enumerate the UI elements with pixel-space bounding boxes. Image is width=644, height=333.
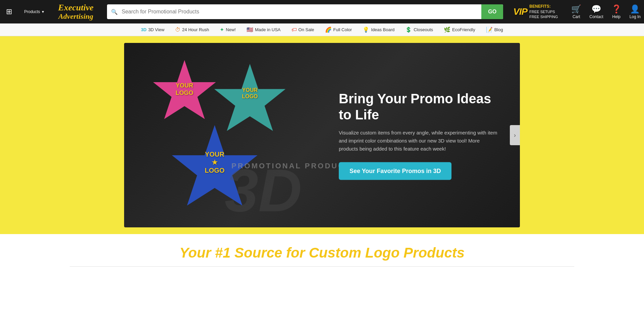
eco-leaf-icon: 🌿	[444, 26, 450, 33]
closeouts-icon: 💲	[405, 26, 412, 33]
cart-icon: 🛒	[571, 4, 581, 14]
tagline-text: Your #1 Source for Custom Logo Products	[7, 245, 637, 261]
search-input[interactable]	[122, 9, 481, 15]
tagline-section: Your #1 Source for Custom Logo Products	[0, 234, 644, 273]
ideas-bulb-icon: 💡	[363, 26, 369, 33]
contact-icon: 💬	[591, 4, 601, 14]
vip-setups-label: FREE SETUPS	[529, 9, 558, 14]
login-icon-link[interactable]: 👤 Log In	[630, 4, 641, 19]
nav-on-sale-label: On Sale	[299, 27, 314, 32]
search-icon: 🔍	[107, 9, 122, 15]
blog-icon: 📝	[486, 26, 493, 33]
products-menu[interactable]: Products ▾	[18, 9, 48, 14]
login-label: Log In	[630, 14, 641, 19]
top-header: ⊞ Products ▾ Executive Advertising 🔍 GO …	[0, 0, 644, 23]
stars-container: YOURLOGO YOURLOGO YOUR★LOGO	[134, 50, 319, 224]
vip-benefits-label: BENEFITS:	[529, 4, 558, 9]
vip-badge: VIP BENEFITS: FREE SETUPS FREE SHIPPING	[513, 4, 558, 20]
vip-benefits-text: BENEFITS: FREE SETUPS FREE SHIPPING	[529, 4, 558, 20]
header-icons: 🛒 Cart 💬 Contact ❓ Help 👤 Log In	[571, 4, 641, 19]
hero-banner: YOURLOGO YOURLOGO YOUR★LOGO	[124, 43, 520, 227]
logo-line1: Executive	[58, 3, 93, 13]
new-icon: ✦	[220, 26, 224, 33]
nav-ideas-board[interactable]: 💡 Ideas Board	[357, 23, 400, 36]
nav-ecofriendly-label: EcoFriendly	[452, 27, 475, 32]
hero-title: Bring Your Promo Ideas to Life	[339, 91, 500, 123]
contact-icon-link[interactable]: 💬 Contact	[589, 4, 603, 19]
nav-bar: 3D 3D View ⏱ 24 Hour Rush ✦ New! 🇺🇸 Made…	[0, 23, 644, 36]
search-bar: 🔍 GO	[107, 4, 503, 19]
search-go-button[interactable]: GO	[481, 4, 503, 19]
divider	[70, 266, 574, 267]
nav-blog[interactable]: 📝 Blog	[481, 23, 508, 36]
hero-content-right: Bring Your Promo Ideas to Life Visualize…	[339, 91, 500, 180]
chevron-down-icon: ▾	[42, 9, 44, 14]
nav-closeouts-label: Closeouts	[414, 27, 433, 32]
nav-24hour[interactable]: ⏱ 24 Hour Rush	[170, 23, 214, 36]
help-icon: ❓	[611, 4, 622, 14]
site-logo: Executive Advertising	[58, 3, 93, 21]
help-icon-link[interactable]: ❓ Help	[611, 4, 622, 19]
nav-3d-view[interactable]: 3D 3D View	[136, 23, 170, 36]
nav-made-in-usa[interactable]: 🇺🇸 Made in USA	[241, 23, 286, 36]
nav-blog-label: Blog	[494, 27, 503, 32]
nav-on-sale[interactable]: 🏷 On Sale	[286, 23, 320, 36]
vip-area[interactable]: VIP BENEFITS: FREE SETUPS FREE SHIPPING	[513, 4, 558, 20]
sale-tag-icon: 🏷	[291, 27, 297, 33]
nav-ideas-label: Ideas Board	[371, 27, 394, 32]
nav-3d-label: 3D View	[148, 27, 164, 32]
products-label: Products	[24, 9, 40, 14]
nav-new[interactable]: ✦ New!	[214, 23, 241, 36]
star-blue: YOUR★LOGO	[164, 120, 265, 221]
hero-description: Visualize custom items from every angle,…	[339, 129, 500, 153]
nav-24hour-label: 24 Hour Rush	[182, 27, 209, 32]
help-label: Help	[612, 14, 621, 19]
vip-label: VIP	[513, 6, 527, 17]
hero-wrapper: › YOURLOGO YOURLOGO	[0, 36, 644, 234]
full-color-icon: 🌈	[325, 26, 332, 33]
3d-view-icon: 3D	[141, 27, 147, 32]
vip-shipping-label: FREE SHIPPING	[529, 14, 558, 19]
clock-icon: ⏱	[175, 27, 180, 33]
nav-new-label: New!	[226, 27, 236, 32]
svg-marker-2	[172, 125, 258, 206]
flag-icon: 🇺🇸	[247, 26, 253, 33]
nav-ecofriendly[interactable]: 🌿 EcoFriendly	[438, 23, 481, 36]
nav-full-color[interactable]: 🌈 Full Color	[320, 23, 358, 36]
nav-closeouts[interactable]: 💲 Closeouts	[400, 23, 438, 36]
hero-cta-button[interactable]: See Your Favorite Promos in 3D	[339, 162, 451, 180]
cart-label: Cart	[573, 14, 580, 19]
svg-marker-0	[153, 60, 216, 119]
logo-line2: Advertising	[58, 12, 93, 20]
logo-area[interactable]: Executive Advertising	[51, 3, 100, 21]
carousel-next-arrow[interactable]: ›	[510, 125, 520, 145]
user-icon: 👤	[630, 4, 640, 14]
cart-icon-link[interactable]: 🛒 Cart	[571, 4, 581, 19]
grid-menu-icon[interactable]: ⊞	[3, 5, 15, 19]
nav-made-in-usa-label: Made in USA	[255, 27, 281, 32]
contact-label: Contact	[589, 14, 603, 19]
nav-full-color-label: Full Color	[333, 27, 352, 32]
